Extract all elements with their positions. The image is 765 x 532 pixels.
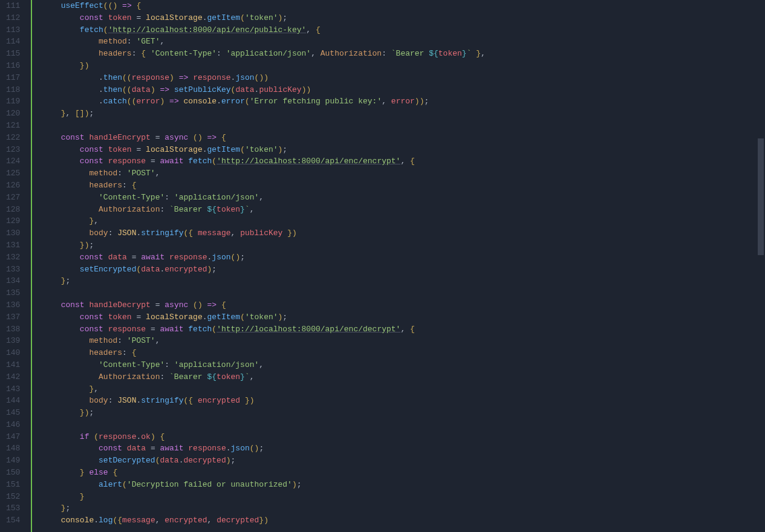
line-number: 133 [6, 264, 20, 276]
line-number: 115 [6, 48, 20, 60]
line-number: 152 [6, 491, 20, 503]
code-line[interactable]: const handleDecrypt = async () => { [42, 299, 765, 311]
code-line[interactable]: const data = await response.json(); [42, 251, 765, 264]
code-line[interactable]: const token = localStorage.getItem('toke… [42, 311, 765, 323]
line-number: 147 [6, 431, 20, 443]
line-number: 125 [6, 167, 20, 180]
line-number: 137 [6, 311, 20, 323]
code-line[interactable]: setEncrypted(data.encrypted); [42, 264, 765, 276]
code-line[interactable] [42, 120, 765, 132]
line-number: 116 [6, 60, 20, 72]
code-line[interactable]: useEffect(() => { [42, 0, 765, 12]
code-line[interactable]: alert('Decryption failed or unauthorized… [42, 479, 765, 491]
line-number: 151 [6, 479, 20, 491]
code-line[interactable]: if (response.ok) { [42, 431, 765, 443]
code-line[interactable]: }, [42, 383, 765, 395]
code-line[interactable]: 'Content-Type': 'application/json', [42, 359, 765, 371]
code-line[interactable]: setDecrypted(data.decrypted); [42, 455, 765, 467]
diff-marker-border [32, 0, 37, 532]
code-line[interactable]: console.log({message, encrypted, decrypt… [42, 514, 765, 527]
line-number: 141 [6, 359, 20, 371]
code-line[interactable]: }; [42, 275, 765, 287]
code-content[interactable]: useEffect(() => { const token = localSto… [37, 0, 765, 532]
code-line[interactable]: 'Content-Type': 'application/json', [42, 192, 765, 204]
line-number: 113 [6, 24, 20, 36]
code-line[interactable]: .catch((error) => console.error('Error f… [42, 96, 765, 108]
line-number: 154 [6, 514, 20, 527]
code-editor[interactable]: 1111121131141151161171181191201211221231… [0, 0, 765, 532]
line-number: 121 [6, 120, 20, 132]
line-number: 139 [6, 335, 20, 347]
code-line[interactable]: }); [42, 239, 765, 251]
line-number: 122 [6, 132, 20, 144]
line-number: 138 [6, 323, 20, 336]
line-number: 140 [6, 347, 20, 359]
code-line[interactable] [42, 287, 765, 299]
line-number: 145 [6, 407, 20, 419]
vertical-scrollbar[interactable] [757, 0, 765, 532]
code-line[interactable]: fetch('http://localhost:8000/api/enc/pub… [42, 24, 765, 36]
line-number: 130 [6, 227, 20, 239]
line-number: 118 [6, 84, 20, 96]
code-line[interactable]: method: 'POST', [42, 335, 765, 347]
code-line[interactable]: }; [42, 502, 765, 514]
line-number: 148 [6, 443, 20, 455]
code-line[interactable]: const response = await fetch('http://loc… [42, 155, 765, 167]
line-number: 119 [6, 96, 20, 108]
code-line[interactable]: body: JSON.stringify({ message, publicKe… [42, 227, 765, 239]
code-line[interactable]: body: JSON.stringify({ encrypted }) [42, 395, 765, 407]
code-line[interactable]: const data = await response.json(); [42, 443, 765, 455]
code-line[interactable]: }) [42, 60, 765, 72]
code-line[interactable]: headers: { [42, 180, 765, 192]
line-number: 114 [6, 36, 20, 48]
code-line[interactable]: } [42, 491, 765, 503]
line-number: 124 [6, 155, 20, 167]
code-line[interactable]: Authorization: `Bearer ${token}`, [42, 204, 765, 216]
code-line[interactable]: Authorization: `Bearer ${token}`, [42, 371, 765, 383]
line-number: 126 [6, 180, 20, 192]
line-number: 153 [6, 502, 20, 514]
code-line[interactable]: method: 'POST', [42, 167, 765, 180]
code-line[interactable]: }); [42, 407, 765, 419]
line-number: 117 [6, 72, 20, 84]
code-line[interactable]: .then((data) => setPublicKey(data.public… [42, 84, 765, 96]
code-line[interactable]: }, [42, 215, 765, 227]
line-number: 142 [6, 371, 20, 383]
line-number: 135 [6, 287, 20, 299]
code-line[interactable]: const token = localStorage.getItem('toke… [42, 144, 765, 156]
code-line[interactable]: headers: { 'Content-Type': 'application/… [42, 48, 765, 60]
line-number: 131 [6, 239, 20, 251]
line-number: 129 [6, 215, 20, 227]
line-number: 143 [6, 383, 20, 395]
line-number: 150 [6, 467, 20, 479]
line-number: 132 [6, 251, 20, 264]
code-line[interactable]: headers: { [42, 347, 765, 359]
code-line[interactable]: }, []); [42, 108, 765, 120]
line-number: 123 [6, 144, 20, 156]
line-number: 149 [6, 455, 20, 467]
line-number-gutter: 1111121131141151161171181191201211221231… [0, 0, 32, 532]
line-number: 112 [6, 12, 20, 24]
code-line[interactable]: } else { [42, 467, 765, 479]
line-number: 144 [6, 395, 20, 407]
scrollbar-thumb[interactable] [758, 138, 764, 256]
code-line[interactable] [42, 419, 765, 431]
line-number: 127 [6, 192, 20, 204]
code-line[interactable]: method: 'GET', [42, 36, 765, 48]
line-number: 128 [6, 204, 20, 216]
line-number: 146 [6, 419, 20, 431]
code-line[interactable]: .then((response) => response.json()) [42, 72, 765, 84]
code-line[interactable]: const handleEncrypt = async () => { [42, 132, 765, 144]
line-number: 136 [6, 299, 20, 311]
code-line[interactable]: const response = await fetch('http://loc… [42, 323, 765, 336]
line-number: 120 [6, 108, 20, 120]
code-line[interactable]: const token = localStorage.getItem('toke… [42, 12, 765, 24]
line-number: 111 [6, 0, 20, 12]
line-number: 134 [6, 275, 20, 287]
